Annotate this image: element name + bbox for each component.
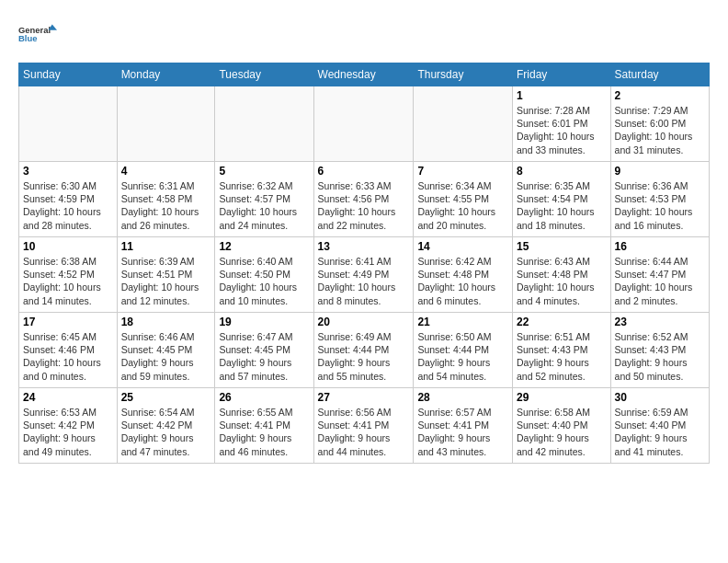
day-info: Sunrise: 6:43 AM Sunset: 4:48 PM Dayligh… xyxy=(517,255,607,307)
day-info: Sunrise: 6:51 AM Sunset: 4:43 PM Dayligh… xyxy=(517,330,607,383)
day-number: 12 xyxy=(219,240,309,253)
calendar-cell: 3Sunrise: 6:30 AM Sunset: 4:59 PM Daylig… xyxy=(19,162,118,237)
calendar-header-row: SundayMondayTuesdayWednesdayThursdayFrid… xyxy=(19,63,710,86)
calendar-cell: 26Sunrise: 6:55 AM Sunset: 4:41 PM Dayli… xyxy=(215,388,313,464)
day-number: 13 xyxy=(318,240,410,253)
day-info: Sunrise: 6:34 AM Sunset: 4:55 PM Dayligh… xyxy=(417,179,508,232)
calendar-cell: 24Sunrise: 6:53 AM Sunset: 4:42 PM Dayli… xyxy=(19,388,118,464)
logo: General Blue xyxy=(18,15,57,53)
calendar-cell: 9Sunrise: 6:36 AM Sunset: 4:53 PM Daylig… xyxy=(610,162,709,237)
calendar-week-row: 10Sunrise: 6:38 AM Sunset: 4:52 PM Dayli… xyxy=(19,237,710,313)
day-info: Sunrise: 6:35 AM Sunset: 4:54 PM Dayligh… xyxy=(517,179,607,232)
page: General Blue SundayMondayTuesdayWednesda… xyxy=(0,0,728,473)
calendar-day-header: Sunday xyxy=(19,63,118,86)
calendar-cell xyxy=(19,86,118,162)
calendar-cell: 16Sunrise: 6:44 AM Sunset: 4:47 PM Dayli… xyxy=(610,237,709,313)
calendar-cell: 21Sunrise: 6:50 AM Sunset: 4:44 PM Dayli… xyxy=(414,313,513,388)
day-number: 9 xyxy=(615,165,705,178)
day-info: Sunrise: 6:46 AM Sunset: 4:45 PM Dayligh… xyxy=(121,330,211,383)
day-info: Sunrise: 6:53 AM Sunset: 4:42 PM Dayligh… xyxy=(23,406,113,458)
day-number: 27 xyxy=(318,391,410,404)
day-info: Sunrise: 6:40 AM Sunset: 4:50 PM Dayligh… xyxy=(219,255,309,307)
day-info: Sunrise: 6:52 AM Sunset: 4:43 PM Dayligh… xyxy=(615,330,705,383)
calendar-cell: 15Sunrise: 6:43 AM Sunset: 4:48 PM Dayli… xyxy=(512,237,610,313)
day-number: 2 xyxy=(615,89,705,102)
day-info: Sunrise: 6:33 AM Sunset: 4:56 PM Dayligh… xyxy=(318,179,410,232)
day-info: Sunrise: 6:50 AM Sunset: 4:44 PM Dayligh… xyxy=(417,330,508,383)
day-info: Sunrise: 6:30 AM Sunset: 4:59 PM Dayligh… xyxy=(23,179,113,232)
day-number: 25 xyxy=(121,391,211,404)
day-info: Sunrise: 6:59 AM Sunset: 4:40 PM Dayligh… xyxy=(615,406,705,458)
calendar-cell xyxy=(117,86,215,162)
calendar-cell: 19Sunrise: 6:47 AM Sunset: 4:45 PM Dayli… xyxy=(215,313,313,388)
calendar-day-header: Friday xyxy=(512,63,610,86)
day-number: 20 xyxy=(318,316,410,328)
day-number: 23 xyxy=(615,316,705,328)
day-number: 6 xyxy=(318,165,410,178)
day-info: Sunrise: 7:29 AM Sunset: 6:00 PM Dayligh… xyxy=(615,104,705,156)
day-info: Sunrise: 6:45 AM Sunset: 4:46 PM Dayligh… xyxy=(23,330,113,383)
day-number: 24 xyxy=(23,391,113,404)
day-number: 1 xyxy=(517,89,607,102)
calendar-day-header: Wednesday xyxy=(313,63,414,86)
calendar-cell: 5Sunrise: 6:32 AM Sunset: 4:57 PM Daylig… xyxy=(215,162,313,237)
day-info: Sunrise: 6:57 AM Sunset: 4:41 PM Dayligh… xyxy=(417,406,508,458)
calendar: SundayMondayTuesdayWednesdayThursdayFrid… xyxy=(18,63,710,464)
calendar-cell: 6Sunrise: 6:33 AM Sunset: 4:56 PM Daylig… xyxy=(313,162,414,237)
day-number: 10 xyxy=(23,240,113,253)
day-number: 3 xyxy=(23,165,113,178)
calendar-day-header: Tuesday xyxy=(215,63,313,86)
calendar-cell: 17Sunrise: 6:45 AM Sunset: 4:46 PM Dayli… xyxy=(19,313,118,388)
calendar-cell xyxy=(215,86,313,162)
day-number: 7 xyxy=(417,165,508,178)
day-info: Sunrise: 6:38 AM Sunset: 4:52 PM Dayligh… xyxy=(23,255,113,307)
day-number: 26 xyxy=(219,391,309,404)
day-number: 11 xyxy=(121,240,211,253)
day-number: 15 xyxy=(517,240,607,253)
calendar-cell: 13Sunrise: 6:41 AM Sunset: 4:49 PM Dayli… xyxy=(313,237,414,313)
day-info: Sunrise: 6:42 AM Sunset: 4:48 PM Dayligh… xyxy=(417,255,508,307)
day-number: 19 xyxy=(219,316,309,328)
calendar-cell: 7Sunrise: 6:34 AM Sunset: 4:55 PM Daylig… xyxy=(414,162,513,237)
day-number: 30 xyxy=(615,391,705,404)
calendar-cell: 10Sunrise: 6:38 AM Sunset: 4:52 PM Dayli… xyxy=(19,237,118,313)
day-info: Sunrise: 6:56 AM Sunset: 4:41 PM Dayligh… xyxy=(318,406,410,458)
day-info: Sunrise: 6:58 AM Sunset: 4:40 PM Dayligh… xyxy=(517,406,607,458)
day-info: Sunrise: 6:39 AM Sunset: 4:51 PM Dayligh… xyxy=(121,255,211,307)
day-info: Sunrise: 6:31 AM Sunset: 4:58 PM Dayligh… xyxy=(121,179,211,232)
day-info: Sunrise: 6:49 AM Sunset: 4:44 PM Dayligh… xyxy=(318,330,410,383)
logo-svg: General Blue xyxy=(18,15,57,53)
calendar-cell: 28Sunrise: 6:57 AM Sunset: 4:41 PM Dayli… xyxy=(414,388,513,464)
calendar-cell: 25Sunrise: 6:54 AM Sunset: 4:42 PM Dayli… xyxy=(117,388,215,464)
calendar-cell: 12Sunrise: 6:40 AM Sunset: 4:50 PM Dayli… xyxy=(215,237,313,313)
calendar-cell: 8Sunrise: 6:35 AM Sunset: 4:54 PM Daylig… xyxy=(512,162,610,237)
day-number: 22 xyxy=(517,316,607,328)
calendar-cell: 11Sunrise: 6:39 AM Sunset: 4:51 PM Dayli… xyxy=(117,237,215,313)
calendar-cell: 30Sunrise: 6:59 AM Sunset: 4:40 PM Dayli… xyxy=(610,388,709,464)
day-number: 5 xyxy=(219,165,309,178)
day-number: 28 xyxy=(417,391,508,404)
day-number: 29 xyxy=(517,391,607,404)
calendar-week-row: 1Sunrise: 7:28 AM Sunset: 6:01 PM Daylig… xyxy=(19,86,710,162)
calendar-cell: 27Sunrise: 6:56 AM Sunset: 4:41 PM Dayli… xyxy=(313,388,414,464)
day-info: Sunrise: 6:54 AM Sunset: 4:42 PM Dayligh… xyxy=(121,406,211,458)
day-number: 14 xyxy=(417,240,508,253)
calendar-cell: 2Sunrise: 7:29 AM Sunset: 6:00 PM Daylig… xyxy=(610,86,709,162)
calendar-cell: 14Sunrise: 6:42 AM Sunset: 4:48 PM Dayli… xyxy=(414,237,513,313)
calendar-cell xyxy=(414,86,513,162)
calendar-day-header: Saturday xyxy=(610,63,709,86)
calendar-cell: 1Sunrise: 7:28 AM Sunset: 6:01 PM Daylig… xyxy=(512,86,610,162)
calendar-cell: 23Sunrise: 6:52 AM Sunset: 4:43 PM Dayli… xyxy=(610,313,709,388)
day-number: 16 xyxy=(615,240,705,253)
calendar-cell: 20Sunrise: 6:49 AM Sunset: 4:44 PM Dayli… xyxy=(313,313,414,388)
calendar-cell xyxy=(313,86,414,162)
header: General Blue xyxy=(18,15,710,53)
calendar-cell: 18Sunrise: 6:46 AM Sunset: 4:45 PM Dayli… xyxy=(117,313,215,388)
day-number: 21 xyxy=(417,316,508,328)
svg-text:Blue: Blue xyxy=(18,33,37,43)
day-info: Sunrise: 6:32 AM Sunset: 4:57 PM Dayligh… xyxy=(219,179,309,232)
day-info: Sunrise: 6:36 AM Sunset: 4:53 PM Dayligh… xyxy=(615,179,705,232)
day-info: Sunrise: 6:44 AM Sunset: 4:47 PM Dayligh… xyxy=(615,255,705,307)
day-number: 18 xyxy=(121,316,211,328)
day-number: 8 xyxy=(517,165,607,178)
